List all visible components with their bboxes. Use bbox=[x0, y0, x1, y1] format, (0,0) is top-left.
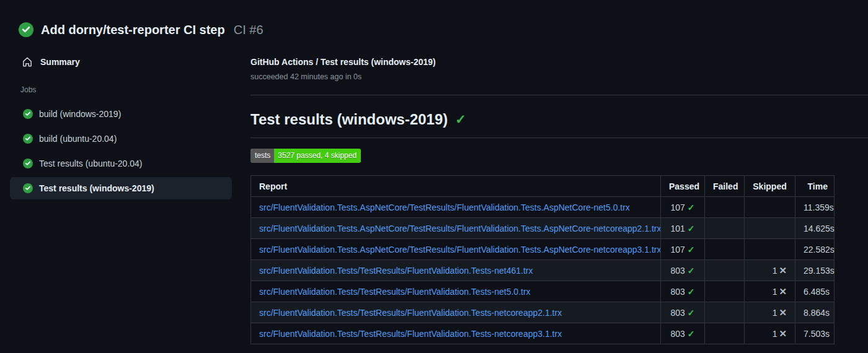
status-line: succeeded 42 minutes ago in 0s bbox=[250, 72, 868, 81]
sidebar-job-item[interactable]: Test results (windows-2019) bbox=[10, 177, 232, 199]
skipped-cell: 1✕ bbox=[745, 260, 795, 281]
sidebar-summary-label: Summary bbox=[40, 57, 80, 67]
job-item-label: build (windows-2019) bbox=[39, 109, 121, 119]
job-item-label: Test results (ubuntu-20.04) bbox=[39, 159, 143, 168]
time-cell: 8.864s bbox=[795, 302, 835, 323]
sidebar: Summary Jobs build (windows-2019)build (… bbox=[0, 41, 242, 202]
page-title: Test results (windows-2019) bbox=[250, 111, 448, 128]
time-cell: 11.359s bbox=[795, 197, 835, 218]
skip-x-icon: ✕ bbox=[779, 265, 787, 276]
test-results-table: Report Passed Failed Skipped Time src/Fl… bbox=[250, 175, 835, 344]
table-row: src/FluentValidation.Tests/TestResults/F… bbox=[251, 302, 835, 323]
skip-x-icon: ✕ bbox=[779, 286, 787, 297]
report-cell: src/FluentValidation.Tests/TestResults/F… bbox=[251, 281, 661, 302]
check-circle-icon bbox=[23, 159, 33, 168]
passed-cell: 803✓ bbox=[661, 302, 705, 323]
pass-check-icon: ✓ bbox=[688, 224, 695, 233]
sidebar-job-item[interactable]: build (ubuntu-20.04) bbox=[10, 128, 232, 150]
passed-cell: 803✓ bbox=[661, 260, 705, 281]
tests-badge: tests 3527 passed, 4 skipped bbox=[250, 149, 361, 163]
check-breadcrumb: GitHub Actions / Test results (windows-2… bbox=[250, 57, 868, 67]
pass-check-icon: ✓ bbox=[688, 329, 695, 339]
passed-cell: 107✓ bbox=[661, 239, 705, 260]
failed-cell bbox=[705, 281, 745, 302]
report-link[interactable]: src/FluentValidation.Tests/TestResults/F… bbox=[259, 308, 562, 318]
skipped-cell bbox=[745, 218, 795, 239]
check-circle-icon bbox=[23, 183, 33, 193]
column-header-passed: Passed bbox=[661, 176, 705, 197]
failed-cell bbox=[705, 302, 745, 323]
run-header: Add dorny/test-reporter CI step CI #6 bbox=[0, 0, 868, 41]
failed-cell bbox=[705, 260, 745, 281]
sidebar-job-item[interactable]: Test results (ubuntu-20.04) bbox=[10, 152, 232, 175]
jobs-list: build (windows-2019)build (ubuntu-20.04)… bbox=[0, 103, 242, 199]
skipped-cell bbox=[745, 239, 795, 260]
report-link[interactable]: src/FluentValidation.Tests.AspNetCore/Te… bbox=[259, 224, 661, 233]
column-header-failed: Failed bbox=[705, 176, 745, 197]
report-cell: src/FluentValidation.Tests/TestResults/F… bbox=[251, 323, 661, 344]
sidebar-job-item[interactable]: build (windows-2019) bbox=[10, 103, 232, 125]
report-cell: src/FluentValidation.Tests.AspNetCore/Te… bbox=[251, 218, 661, 239]
report-link[interactable]: src/FluentValidation.Tests.AspNetCore/Te… bbox=[259, 203, 630, 212]
failed-cell bbox=[705, 323, 745, 344]
report-link[interactable]: src/FluentValidation.Tests/TestResults/F… bbox=[259, 266, 533, 276]
table-row: src/FluentValidation.Tests.AspNetCore/Te… bbox=[251, 197, 835, 218]
table-row: src/FluentValidation.Tests/TestResults/F… bbox=[251, 260, 835, 281]
skip-x-icon: ✕ bbox=[779, 307, 787, 318]
table-row: src/FluentValidation.Tests/TestResults/F… bbox=[251, 323, 835, 344]
check-circle-icon bbox=[23, 109, 33, 119]
run-number: CI #6 bbox=[234, 23, 264, 37]
failed-cell bbox=[705, 239, 745, 260]
time-cell: 7.503s bbox=[795, 323, 835, 344]
pass-check-icon: ✓ bbox=[688, 266, 695, 276]
run-title: Add dorny/test-reporter CI step bbox=[41, 23, 225, 37]
report-cell: src/FluentValidation.Tests.AspNetCore/Te… bbox=[251, 197, 661, 218]
passed-cell: 803✓ bbox=[661, 281, 705, 302]
skipped-cell: 1✕ bbox=[745, 302, 795, 323]
time-cell: 14.625s bbox=[795, 218, 835, 239]
report-link[interactable]: src/FluentValidation.Tests.AspNetCore/Te… bbox=[259, 245, 661, 255]
report-link[interactable]: src/FluentValidation.Tests/TestResults/F… bbox=[259, 287, 531, 297]
table-header-row: Report Passed Failed Skipped Time bbox=[251, 176, 835, 197]
jobs-section-label: Jobs bbox=[0, 73, 242, 100]
job-item-label: Test results (windows-2019) bbox=[39, 183, 154, 193]
passed-cell: 101✓ bbox=[661, 218, 705, 239]
time-cell: 22.582s bbox=[795, 239, 835, 260]
skipped-cell: 1✕ bbox=[745, 281, 795, 302]
failed-cell bbox=[705, 218, 745, 239]
badge-label: tests bbox=[250, 149, 274, 163]
report-cell: src/FluentValidation.Tests/TestResults/F… bbox=[251, 302, 661, 323]
passed-cell: 803✓ bbox=[661, 323, 705, 344]
table-row: src/FluentValidation.Tests.AspNetCore/Te… bbox=[251, 239, 835, 260]
failed-cell bbox=[705, 197, 745, 218]
skipped-cell: 1✕ bbox=[745, 323, 795, 344]
column-header-skipped: Skipped bbox=[745, 176, 795, 197]
skipped-cell bbox=[745, 197, 795, 218]
column-header-report: Report bbox=[251, 176, 661, 197]
check-heading: Test results (windows-2019) ✓ bbox=[250, 111, 868, 138]
job-item-label: build (ubuntu-20.04) bbox=[39, 134, 117, 144]
passed-cell: 107✓ bbox=[661, 197, 705, 218]
heading-check-icon: ✓ bbox=[455, 112, 466, 127]
report-cell: src/FluentValidation.Tests/TestResults/F… bbox=[251, 260, 661, 281]
time-cell: 29.153s bbox=[795, 260, 835, 281]
pass-check-icon: ✓ bbox=[688, 203, 695, 212]
main-content: GitHub Actions / Test results (windows-2… bbox=[242, 41, 868, 344]
divider bbox=[250, 95, 868, 95]
table-row: src/FluentValidation.Tests/TestResults/F… bbox=[251, 281, 835, 302]
time-cell: 6.485s bbox=[795, 281, 835, 302]
report-link[interactable]: src/FluentValidation.Tests/TestResults/F… bbox=[259, 329, 562, 339]
skip-x-icon: ✕ bbox=[779, 328, 787, 339]
table-row: src/FluentValidation.Tests.AspNetCore/Te… bbox=[251, 218, 835, 239]
badge-value: 3527 passed, 4 skipped bbox=[274, 149, 361, 163]
report-cell: src/FluentValidation.Tests.AspNetCore/Te… bbox=[251, 239, 661, 260]
pass-check-icon: ✓ bbox=[688, 245, 695, 255]
sidebar-item-summary[interactable]: Summary bbox=[0, 51, 242, 73]
check-circle-icon bbox=[19, 22, 33, 37]
pass-check-icon: ✓ bbox=[688, 308, 695, 318]
pass-check-icon: ✓ bbox=[688, 287, 695, 297]
column-header-time: Time bbox=[795, 176, 835, 197]
home-icon bbox=[22, 56, 33, 68]
check-circle-icon bbox=[23, 134, 33, 144]
